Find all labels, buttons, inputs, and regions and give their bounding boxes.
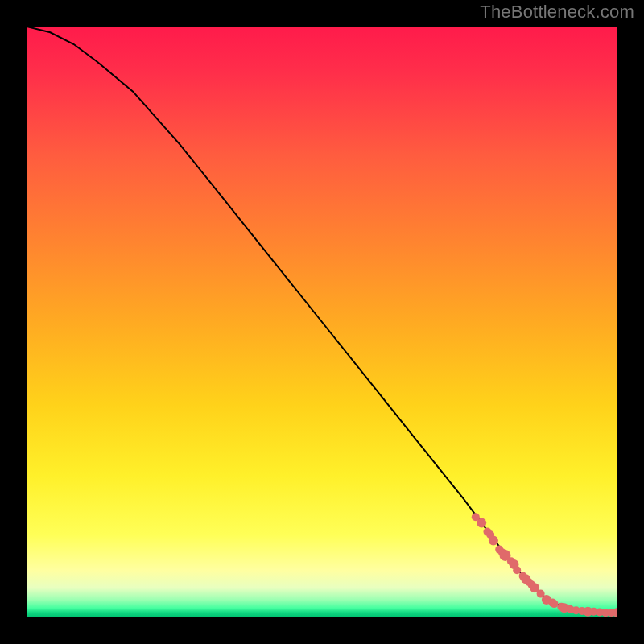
- guide-curve-line: [27, 27, 617, 613]
- scatter-point-group: [472, 513, 617, 617]
- chart-overlay: [27, 27, 617, 617]
- attribution-text: TheBottleneck.com: [480, 2, 634, 23]
- plot-area: [27, 27, 617, 617]
- scatter-point: [513, 566, 521, 574]
- scatter-point: [489, 536, 498, 546]
- scatter-point: [551, 600, 559, 608]
- chart-frame: TheBottleneck.com: [0, 0, 644, 644]
- scatter-point: [477, 518, 486, 528]
